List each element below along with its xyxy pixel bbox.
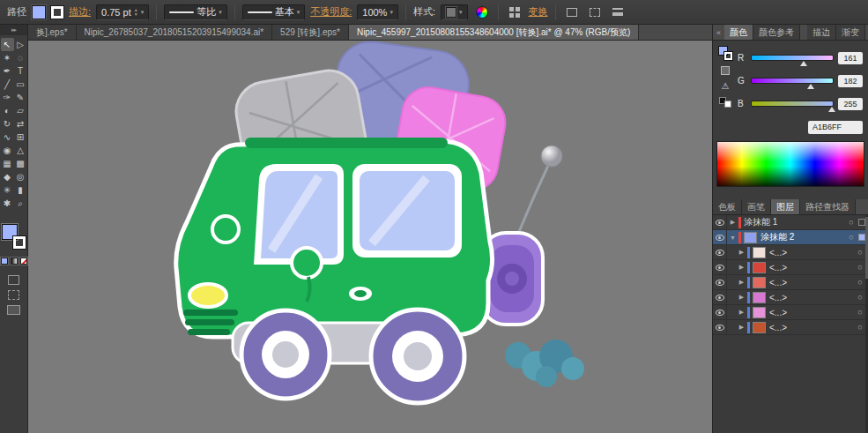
layer-row[interactable]: ▶ 涂抹能 1 ○ bbox=[713, 215, 868, 230]
expand-arrow-icon[interactable]: ▶ bbox=[736, 264, 747, 271]
target-icon[interactable]: ○ bbox=[855, 263, 865, 272]
canvas[interactable] bbox=[28, 41, 712, 433]
tab-stroke[interactable]: 描边 bbox=[807, 25, 836, 40]
tab-swatches[interactable]: 色板 bbox=[713, 199, 742, 214]
pen-tool[interactable]: ✒ bbox=[1, 64, 14, 78]
fill-stroke-proxy-small[interactable] bbox=[718, 46, 732, 60]
fill-color-swatch[interactable] bbox=[32, 5, 46, 19]
mesh-tool[interactable]: ▦ bbox=[1, 157, 14, 170]
magic-wand-tool[interactable]: ✶ bbox=[1, 51, 14, 64]
b-value-field[interactable]: 255 bbox=[838, 98, 863, 110]
draw-normal-icon[interactable] bbox=[8, 275, 19, 285]
scale-tool[interactable]: ⇄ bbox=[14, 117, 27, 131]
none-button[interactable] bbox=[20, 258, 27, 265]
direct-selection-tool[interactable]: ▷ bbox=[14, 38, 27, 51]
visibility-toggle[interactable] bbox=[713, 260, 727, 274]
expand-arrow-icon[interactable]: ▶ bbox=[736, 294, 747, 301]
blend-tool[interactable]: ◎ bbox=[14, 170, 27, 183]
target-icon[interactable]: ○ bbox=[855, 308, 865, 317]
stroke-link[interactable]: 描边: bbox=[69, 5, 91, 19]
chevron-down-icon[interactable]: ▾ bbox=[219, 9, 222, 16]
eraser-tool[interactable]: ▱ bbox=[14, 104, 27, 117]
selection-tool[interactable]: ↖ bbox=[1, 38, 14, 51]
out-of-web-color-icon[interactable] bbox=[721, 66, 730, 75]
paintbrush-tool[interactable]: ✑ bbox=[1, 91, 14, 104]
stroke-color-swatch[interactable] bbox=[51, 6, 63, 19]
expand-arrow-icon[interactable]: ▶ bbox=[736, 309, 747, 316]
layer-name[interactable]: <...> bbox=[769, 248, 855, 258]
pencil-tool[interactable]: ✎ bbox=[14, 91, 27, 104]
fill-stroke-proxy[interactable] bbox=[2, 224, 26, 249]
slider-handle[interactable] bbox=[800, 61, 807, 66]
target-icon[interactable]: ○ bbox=[846, 218, 857, 227]
lasso-tool[interactable]: ◌ bbox=[14, 51, 27, 64]
selection-indicator[interactable] bbox=[858, 219, 865, 226]
tab-brushes[interactable]: 画笔 bbox=[742, 199, 771, 214]
gradient-button[interactable] bbox=[11, 258, 18, 265]
expand-arrow-icon[interactable]: ▶ bbox=[736, 249, 747, 256]
visibility-toggle[interactable] bbox=[713, 215, 727, 229]
column-graph-tool[interactable]: ▮ bbox=[14, 183, 27, 197]
visibility-toggle[interactable] bbox=[713, 275, 727, 289]
target-icon[interactable]: ○ bbox=[855, 278, 865, 287]
tab-layers[interactable]: 图层 bbox=[771, 199, 800, 214]
align-button[interactable] bbox=[506, 4, 523, 21]
out-of-gamut-warning-icon[interactable]: ⚠ bbox=[722, 81, 730, 91]
layer-name[interactable]: 涂抹能 1 bbox=[744, 216, 846, 228]
layer-name[interactable]: <...> bbox=[769, 308, 855, 317]
blob-brush-tool[interactable]: ◐ bbox=[1, 104, 14, 117]
color-button[interactable] bbox=[1, 258, 8, 265]
target-icon[interactable]: ○ bbox=[855, 248, 865, 257]
symbol-sprayer-tool[interactable]: ✳ bbox=[1, 183, 14, 197]
layer-name[interactable]: <...> bbox=[769, 293, 855, 302]
visibility-toggle[interactable] bbox=[713, 230, 727, 244]
document-tab[interactable]: 换].eps* bbox=[28, 25, 77, 40]
line-segment-tool[interactable]: ╱ bbox=[1, 78, 14, 91]
chevron-down-icon[interactable]: ▾ bbox=[297, 9, 300, 16]
target-icon[interactable]: ○ bbox=[846, 233, 857, 242]
target-icon[interactable]: ○ bbox=[855, 323, 865, 332]
r-slider[interactable] bbox=[751, 55, 834, 61]
b-slider[interactable] bbox=[751, 101, 834, 107]
opacity-field[interactable]: 100% ▾ bbox=[357, 4, 398, 20]
layer-row[interactable]: ▶ <...> ○ bbox=[713, 290, 868, 305]
chevron-down-icon[interactable]: ▾ bbox=[141, 9, 145, 16]
layer-row[interactable]: ▶ <...> ○ bbox=[713, 275, 868, 290]
target-icon[interactable]: ○ bbox=[855, 293, 865, 302]
layer-row[interactable]: ▶ <...> ○ bbox=[713, 320, 868, 335]
opacity-link[interactable]: 不透明度: bbox=[310, 5, 352, 19]
collapse-dock-icon[interactable]: « bbox=[713, 25, 724, 40]
tab-gradient[interactable]: 渐变 bbox=[836, 25, 865, 40]
stroke-weight-field[interactable]: 0.75 pt ▲▼ ▾ bbox=[96, 4, 149, 20]
expand-arrow-icon[interactable]: ▶ bbox=[736, 279, 747, 286]
layer-name[interactable]: <...> bbox=[769, 323, 855, 332]
chevron-down-icon[interactable]: ▾ bbox=[459, 9, 463, 16]
chevron-down-icon[interactable]: ▾ bbox=[389, 9, 393, 16]
selection-indicator[interactable] bbox=[858, 234, 865, 241]
layer-row[interactable]: ▶ <...> ○ bbox=[713, 305, 868, 320]
shape-builder-tool[interactable]: ◉ bbox=[1, 144, 14, 157]
perspective-grid-tool[interactable]: △ bbox=[14, 144, 27, 157]
layer-name[interactable]: <...> bbox=[769, 278, 855, 287]
draw-behind-icon[interactable] bbox=[8, 290, 19, 300]
free-transform-tool[interactable]: ⊞ bbox=[14, 131, 27, 144]
tab-color-guide[interactable]: 颜色参考 bbox=[753, 25, 800, 40]
visibility-toggle[interactable] bbox=[713, 290, 727, 304]
width-tool[interactable]: ∿ bbox=[1, 131, 14, 144]
document-tab[interactable]: 529 [转换].eps* bbox=[272, 25, 349, 40]
layer-row[interactable]: ▶ <...> ○ bbox=[713, 245, 868, 260]
stepper-arrows-icon[interactable]: ▲▼ bbox=[134, 8, 138, 17]
expand-arrow-icon[interactable]: ▶ bbox=[727, 219, 738, 226]
gradient-tool[interactable]: ▩ bbox=[14, 157, 27, 170]
visibility-toggle[interactable] bbox=[713, 320, 727, 334]
expand-arrow-icon[interactable]: ▶ bbox=[736, 324, 747, 331]
hand-tool[interactable]: ✱ bbox=[1, 197, 14, 210]
rotate-tool[interactable]: ↻ bbox=[1, 117, 14, 131]
document-tab-active[interactable]: Nipic_455997_20150808155348604000 [转换].a… bbox=[349, 25, 639, 40]
white-swatch[interactable] bbox=[724, 101, 731, 108]
black-white-swatches[interactable] bbox=[719, 97, 731, 108]
isolate-button[interactable] bbox=[563, 4, 581, 21]
layer-name[interactable]: <...> bbox=[769, 263, 855, 272]
tab-color[interactable]: 颜色 bbox=[724, 25, 753, 40]
g-slider[interactable] bbox=[751, 78, 834, 84]
